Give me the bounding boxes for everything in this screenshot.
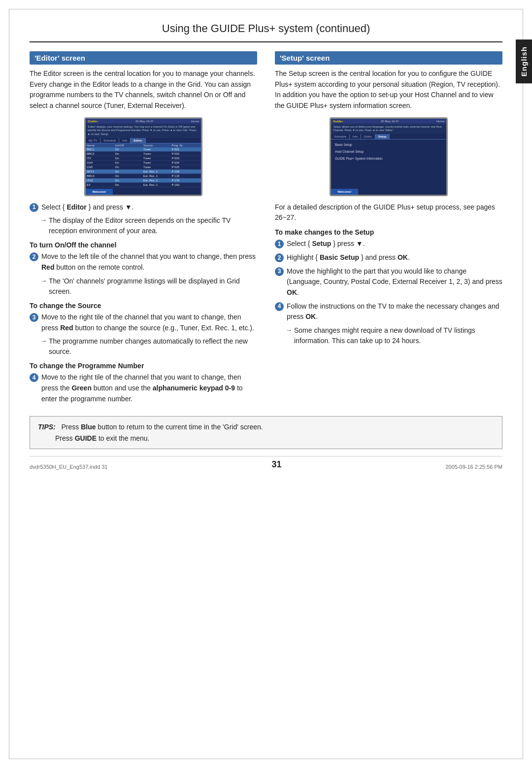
step-1-setup: 1 Select { Setup } press ▼. [275,239,502,249]
step-3-setup: 3 Move the highlight to the part that yo… [275,266,502,298]
setup-step-3-content: Move the highlight to the part that you … [287,266,502,298]
step-1-content: Select { Editor } and press ▼. [41,202,257,213]
setup-tab-schedule[interactable]: Schedule [331,134,350,139]
for-detailed-text: For a detailed description of the GUIDE … [275,202,502,223]
setup-tv-date: 20-May 16:47 [381,120,399,123]
page-title: Using the GUIDE Plus+ system (continued) [30,15,502,42]
editor-intro: The Editor screen is the central locatio… [30,69,257,111]
setup-step-2-content: Highlight { Basic Setup } and press OK. [287,252,502,263]
editor-tv-tabs: My TV Schedule Info Editor [86,138,201,143]
editor-table-header: Name On/Off Source Prog. Nr. [86,143,201,147]
table-row: BBC1OnTunerP 001 [86,147,201,152]
setup-intro: The Setup screen is the central location… [275,69,502,111]
setup-tv-screen: Guide+ 20-May 16:47 Home 'Setup' allows … [330,117,448,196]
step-num-4: 4 [30,373,38,382]
on-off-title: To turn On/Off the channel [30,241,257,249]
prog-title: To change the Programme Number [30,362,257,370]
setup-tv-header: Guide+ 20-May 16:47 Home [331,119,446,124]
main-columns: 'Editor' screen The Editor screen is the… [30,51,502,407]
step-4-setup: 4 Follow the instructions on the TV to m… [275,301,502,322]
step-4-content: Move to the right tile of the channel th… [41,372,257,404]
step-1-editor: 1 Select { Editor } and press ▼. [30,202,257,213]
col-name: Name [87,144,115,147]
setup-tab-setup[interactable]: Setup [375,134,390,139]
setup-section-header: 'Setup' screen [275,51,502,65]
arrow-icon-2: → [40,276,47,297]
setup-step-num-3: 3 [275,267,284,276]
setup-tab-info[interactable]: Info [350,134,361,139]
setup-tv-info: 'Setup' allows you to define your langua… [331,124,446,134]
right-column: 'Setup' screen The Setup screen is the c… [275,51,502,407]
footer-filename: dvdr5350H_EU_Eng537.indd 31 [30,464,107,470]
setup-step-num-2: 2 [275,253,284,262]
table-row: E4OnExt. Rec. 1P 163 [86,183,201,187]
step-2-arrow: → The 'On' channels' programme listings … [40,276,257,297]
editor-tv-date: 20-May 16:47 [135,120,154,123]
editor-tv-info: 'Editor' displays your channel settings.… [86,124,201,138]
table-row: CH5OnTunerP 025 [86,165,201,170]
table-row: ITVOnTunerP 003 [86,156,201,161]
step-1-arrow-text: The display of the Editor screen depends… [49,215,257,236]
editor-tv-header: Guide+ 20-May 16:47 Home [86,119,201,124]
table-row: CH4OnTunerP 004 [86,161,201,165]
title-main: Using the GUIDE Plus+ system [162,22,313,35]
setup-step-4-arrow: → Some changes might require a new downl… [286,325,502,346]
step-3-arrow: → The programme number changes automatic… [40,336,257,357]
setup-step-4-content: Follow the instructions on the TV to mak… [287,301,502,322]
setup-menu-item-2[interactable]: Host Channel Setup [334,148,443,155]
step-num-2: 2 [30,252,38,261]
col-prog: Prog. Nr. [172,144,200,147]
setup-step-num-4: 4 [275,302,284,311]
setup-tv-container: Guide+ 20-May 16:47 Home 'Setup' allows … [275,117,502,196]
arrow-icon-1: → [40,215,47,236]
page-number: 31 [271,459,281,470]
step-2-editor: 2 Move to the left tile of the channel t… [30,251,257,273]
page-footer: dvdr5350H_EU_Eng537.indd 31 31 2005-09-1… [30,456,502,470]
setup-tv-home: Home [436,120,444,123]
editor-tv-home: Home [191,120,199,123]
step-3-arrow-text: The programme number changes automatical… [49,336,257,357]
tips-box: TIPS: Press Blue button to return to the… [30,416,502,449]
arrow-icon-3: → [40,336,47,357]
step-2-arrow-text: The 'On' channels' programme listings wi… [49,276,257,297]
editor-tab-info[interactable]: Info [119,138,131,143]
arrow-icon-setup-4: → [286,325,292,346]
setup-tv-welcome: Welcome! [331,189,358,195]
setup-step-4-arrow-text: Some changes might require a new downloa… [294,325,502,346]
step-3-editor: 3 Move to the right tile of the channel … [30,312,257,333]
editor-tv-welcome: Welcome! [86,189,113,195]
setup-tv-tabs: Schedule Info Editor Setup [331,134,446,140]
table-row: BBC3OnExt. Rec. 1P 115 [86,174,201,178]
footer-timestamp: 2005-09-16 2:25:56 PM [445,464,502,470]
editor-tv-logo: Guide+ [88,120,98,123]
step-num-1: 1 [30,203,38,212]
setup-menu-item-3[interactable]: GUIDE Plus+ System Information [334,155,443,162]
editor-tab-schedule[interactable]: Schedule [100,138,119,143]
col-onoff: On/Off [115,144,144,147]
editor-tv-screen: Guide+ 20-May 16:47 Home 'Editor' displa… [84,117,202,196]
editor-section-header: 'Editor' screen [30,51,257,65]
step-num-3: 3 [30,313,38,322]
setup-changes-title: To make changes to the Setup [275,228,502,236]
editor-tab-mytv[interactable]: My TV [86,138,100,143]
col-source: Source [143,144,172,147]
setup-tv-menu: Basic Setup Host Channel Setup GUIDE Plu… [331,140,446,164]
table-row: BBC2OnTunerP 002 [86,152,201,156]
setup-menu-item-1[interactable]: Basic Setup [334,141,443,148]
english-tab: English [516,39,532,83]
step-3-content: Move to the right tile of the channel th… [41,312,257,333]
source-title: To change the Source [30,302,257,310]
step-2-setup: 2 Highlight { Basic Setup } and press OK… [275,252,502,263]
editor-tv-container: Guide+ 20-May 16:47 Home 'Editor' displa… [30,117,257,196]
tips-label: TIPS: [38,423,56,431]
setup-step-num-1: 1 [275,240,284,248]
table-row: SKY1OnExt. Rec. 1P 106 [86,170,201,174]
step-4-editor: 4 Move to the right tile of the channel … [30,372,257,404]
title-suffix: (continued) [313,22,370,35]
editor-tab-editor[interactable]: Editor [131,138,145,143]
left-column: 'Editor' screen The Editor screen is the… [30,51,257,407]
step-1-arrow: → The display of the Editor screen depen… [40,215,257,236]
table-row: ITV2OnExt. Rec. 1P 176 [86,178,201,183]
page-content: Using the GUIDE Plus+ system (continued)… [0,0,532,489]
setup-tab-editor[interactable]: Editor [361,134,375,139]
